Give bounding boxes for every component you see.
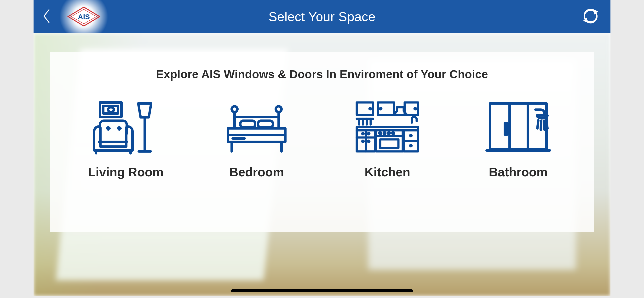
kitchen-icon <box>349 100 426 155</box>
svg-rect-53 <box>380 139 398 148</box>
refresh-icon <box>581 6 600 27</box>
brand-logo: AIS <box>60 0 108 33</box>
chevron-left-icon <box>42 9 51 25</box>
svg-point-43 <box>362 133 364 134</box>
svg-point-32 <box>380 108 382 109</box>
space-label: Living Room <box>88 165 164 179</box>
back-button[interactable] <box>34 0 60 33</box>
content-area: Explore AIS Windows & Doors In Enviromen… <box>34 33 610 296</box>
svg-line-63 <box>538 120 538 128</box>
svg-rect-21 <box>240 121 255 127</box>
header-bar: AIS Select Your Space <box>34 0 610 33</box>
svg-point-49 <box>379 132 381 134</box>
svg-point-56 <box>410 135 412 136</box>
svg-point-33 <box>414 108 416 109</box>
app-window: AIS Select Your Space <box>34 0 610 296</box>
svg-rect-22 <box>258 121 273 127</box>
ais-logo-icon: AIS <box>66 6 102 27</box>
svg-line-64 <box>541 121 541 130</box>
svg-rect-62 <box>505 123 507 135</box>
spaces-grid: Living Room <box>60 100 584 179</box>
svg-point-51 <box>388 132 390 134</box>
space-label: Bedroom <box>229 165 284 179</box>
bathroom-icon <box>480 100 556 155</box>
refresh-button[interactable] <box>580 6 601 27</box>
svg-point-52 <box>392 132 394 134</box>
home-indicator <box>231 289 413 292</box>
svg-point-45 <box>362 140 364 142</box>
livingroom-icon <box>88 100 164 155</box>
space-option-living-room[interactable]: Living Room <box>88 100 164 179</box>
bedroom-icon <box>218 100 295 155</box>
subtitle: Explore AIS Windows & Doors In Enviromen… <box>156 68 488 81</box>
svg-point-46 <box>368 140 370 142</box>
space-option-bedroom[interactable]: Bedroom <box>218 100 295 179</box>
svg-text:AIS: AIS <box>78 13 90 21</box>
svg-point-44 <box>368 133 370 134</box>
svg-point-57 <box>410 145 412 146</box>
selection-panel: Explore AIS Windows & Doors In Enviromen… <box>50 52 594 232</box>
space-label: Kitchen <box>365 165 410 179</box>
svg-line-66 <box>546 120 548 128</box>
svg-point-31 <box>370 108 371 109</box>
svg-point-50 <box>384 132 386 134</box>
svg-line-65 <box>544 121 544 130</box>
space-option-kitchen[interactable]: Kitchen <box>349 100 426 179</box>
page-title: Select Your Space <box>268 9 376 24</box>
space-label: Bathroom <box>489 165 548 179</box>
space-option-bathroom[interactable]: Bathroom <box>480 100 556 179</box>
